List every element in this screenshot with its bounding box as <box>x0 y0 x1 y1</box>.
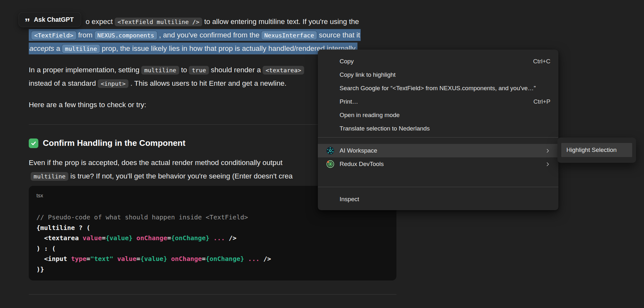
message-text: from <box>78 31 93 39</box>
menu-item-label: Copy link to highlight <box>340 71 395 78</box>
message-text: Here are a few things to check or try: <box>29 101 146 109</box>
menu-item-label: Redux DevTools <box>340 161 384 168</box>
code-line: )} <box>36 264 271 275</box>
check-icon <box>29 138 38 148</box>
menu-item-redux-devtools[interactable]: Redux DevTools <box>318 157 558 171</box>
message-line: instead of a standard<input>. This allow… <box>29 77 287 90</box>
inline-code-chip: <TextField> <box>31 31 76 40</box>
menu-item-label: Print… <box>340 98 358 105</box>
code-line: ) : ( <box>36 243 271 254</box>
menu-item-open-in-reading-mode[interactable]: Open in reading mode <box>318 108 558 122</box>
menu-separator <box>318 187 558 187</box>
message-text: In a proper implementation, setting <box>29 66 139 74</box>
message-text: should render a <box>211 66 261 74</box>
inline-code-chip: multiline <box>62 44 100 53</box>
inline-code-chip: <textarea> <box>263 66 304 75</box>
inline-code-chip: true <box>189 66 209 75</box>
code-content: // Pseudo-code of what should happen ins… <box>36 212 271 274</box>
text-selection: accepts amultilineprop, the issue likely… <box>29 43 357 54</box>
code-line: // Pseudo-code of what should happen ins… <box>36 212 271 223</box>
menu-item-translate-selection-to-nederlands[interactable]: Translate selection to Nederlands <box>318 122 558 135</box>
quote-icon: ” <box>25 20 30 24</box>
message-text: to allow entering multiline text. If you… <box>204 18 359 26</box>
message-text: is true? If not, you'll get the behavior… <box>70 172 293 180</box>
message-text: . This allows users to hit Enter and get… <box>130 79 287 87</box>
menu-item-copy[interactable]: CopyCtrl+C <box>318 55 558 68</box>
text-selection: <TextField>fromNEXUS.components, and you… <box>29 29 361 41</box>
message-text: Even if the prop is accepted, does the a… <box>29 159 282 167</box>
menu-item-label: Inspect <box>340 196 359 203</box>
menu-item-search-google-for-textfield-from-nexus-components-and-you-ve[interactable]: Search Google for “<TextField> from NEXU… <box>318 82 558 95</box>
chevron-right-icon <box>545 148 550 154</box>
section-divider <box>29 294 396 295</box>
inline-code-chip: <TextField multiline /> <box>115 18 202 26</box>
inline-code-chip: NexusInterface <box>261 31 317 40</box>
menu-item-shortcut: Ctrl+C <box>533 58 550 65</box>
message-text: to <box>181 66 187 74</box>
message-text: , and you've confirmed from the <box>159 31 259 39</box>
ask-chatgpt-button[interactable]: ” Ask ChatGPT <box>19 12 81 27</box>
message-line: In a proper implementation, settingmulti… <box>29 63 306 77</box>
inline-code-chip: NEXUS.components <box>95 31 157 40</box>
menu-item-label: AI Workspace <box>340 147 377 154</box>
message-text: instead of a standard <box>29 79 96 87</box>
section-heading-text: Confirm Handling in the Component <box>43 138 185 148</box>
code-line: {multiline ? ( <box>36 223 271 233</box>
code-line: <input type="text" value={value} onChang… <box>36 254 271 264</box>
menu-item-label: Copy <box>340 58 354 65</box>
inline-code-chip: multiline <box>141 66 179 75</box>
chevron-right-icon <box>545 162 550 167</box>
message-line: Here are a few things to check or try: <box>29 98 146 112</box>
ask-chatgpt-label: Ask ChatGPT <box>34 16 74 23</box>
menu-separator <box>318 137 558 138</box>
submenu-item-label: Highlight Selection <box>566 146 617 154</box>
message-line: <TextField>fromNEXUS.components, and you… <box>29 28 361 42</box>
menu-item-copy-link-to-highlight[interactable]: Copy link to highlight <box>318 68 558 82</box>
section-heading: Confirm Handling in the Component <box>29 138 185 148</box>
message-line: accepts amultilineprop, the issue likely… <box>29 42 357 55</box>
code-language-label: tsx <box>36 193 43 199</box>
menu-item-label: Open in reading mode <box>340 112 400 119</box>
code-line: <textarea value={value} onChange={onChan… <box>36 233 271 243</box>
italic-text: accepts <box>29 44 54 52</box>
message-line: o expect<TextField multiline />to allow … <box>86 15 359 28</box>
menu-item-ai-workspace[interactable]: AI Workspace <box>318 144 558 157</box>
redux-devtools-icon <box>326 160 334 168</box>
message-line: Even if the prop is accepted, does the a… <box>29 156 282 170</box>
menu-item-label: Translate selection to Nederlands <box>340 125 430 132</box>
context-menu: CopyCtrl+CCopy link to highlightSearch G… <box>318 50 558 210</box>
inline-code-chip: <input> <box>98 79 128 88</box>
menu-item-shortcut: Ctrl+P <box>533 98 550 105</box>
menu-item-inspect[interactable]: Inspect <box>318 193 558 206</box>
submenu-item-highlight-selection[interactable]: Highlight Selection <box>561 143 632 157</box>
menu-item-print[interactable]: Print…Ctrl+P <box>318 95 558 108</box>
menu-item-label: Search Google for “<TextField> from NEXU… <box>340 85 536 92</box>
context-submenu: Highlight Selection <box>557 138 636 163</box>
message-text: source that it <box>319 31 360 39</box>
ai-workspace-icon <box>326 146 334 155</box>
message-text: a <box>54 44 60 52</box>
message-text: o expect <box>86 18 113 26</box>
inline-code-chip: multiline <box>31 172 68 181</box>
message-line: multilineis true? If not, you'll get the… <box>29 170 293 183</box>
